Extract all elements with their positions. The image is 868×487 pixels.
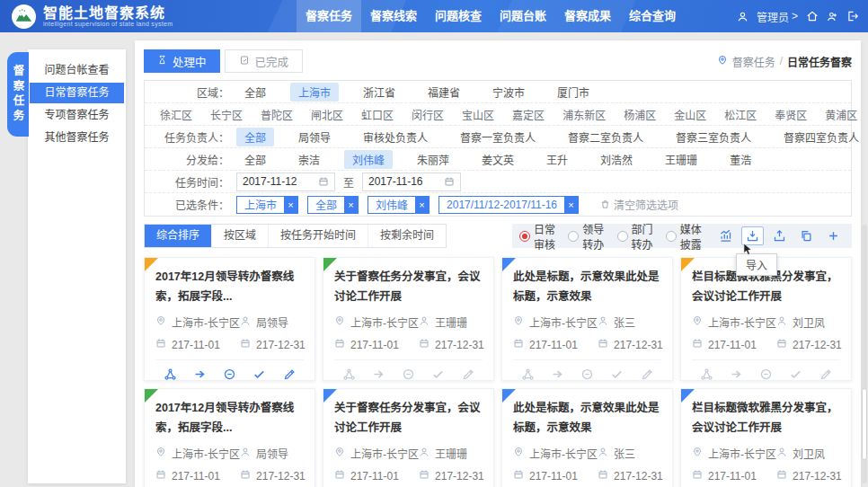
district-option[interactable]: 奉贤区 xyxy=(766,105,815,124)
distribute-icon[interactable] xyxy=(696,367,716,381)
region-option[interactable]: 全部 xyxy=(236,83,274,102)
forward-icon[interactable] xyxy=(368,367,388,381)
top-nav-item[interactable]: 督察成果 xyxy=(555,0,620,32)
district-option[interactable]: 闵行区 xyxy=(403,105,452,124)
user-name[interactable]: 管理员 xyxy=(757,9,789,24)
sort-tab[interactable]: 按任务开始时间 xyxy=(269,225,368,247)
edit-icon[interactable] xyxy=(637,367,657,381)
forward-icon[interactable] xyxy=(190,367,209,381)
category-radio[interactable]: 媒体披露 xyxy=(666,221,706,252)
profile-icon[interactable] xyxy=(827,11,838,22)
region-option[interactable]: 福建省 xyxy=(420,83,468,102)
category-radio[interactable]: 领导转办 xyxy=(568,221,608,252)
distribute-icon[interactable] xyxy=(339,367,359,381)
region-option[interactable]: 宁波市 xyxy=(484,83,533,102)
check-icon[interactable] xyxy=(786,367,806,381)
clear-filters-button[interactable]: 清空筛选选项 xyxy=(600,197,678,212)
chip-remove-icon[interactable]: × xyxy=(284,197,297,213)
plus-icon[interactable] xyxy=(822,226,845,245)
assignee-option[interactable]: 刘伟峰 xyxy=(344,150,393,169)
scrollbar-track[interactable] xyxy=(862,225,867,483)
top-nav-item[interactable]: 问题台账 xyxy=(491,0,555,32)
assignee-option[interactable]: 王升 xyxy=(538,150,576,169)
scrollbar-thumb[interactable] xyxy=(862,388,867,460)
edit-icon[interactable] xyxy=(816,367,836,381)
sort-tab[interactable]: 综合排序 xyxy=(145,225,212,247)
end-date-input[interactable]: 2017-11-16 xyxy=(362,173,461,191)
suspend-icon[interactable] xyxy=(757,367,776,381)
district-option[interactable]: 虹口区 xyxy=(353,105,402,124)
chart-stats-icon[interactable] xyxy=(714,226,737,245)
start-date-input[interactable]: 2017-11-12 xyxy=(236,173,335,191)
category-radio[interactable]: 部门转办 xyxy=(617,221,658,252)
assignee-option[interactable]: 刘浩然 xyxy=(592,150,641,169)
top-nav-item[interactable]: 问题核查 xyxy=(426,0,491,32)
chip-remove-icon[interactable]: × xyxy=(415,197,429,213)
export-icon[interactable] xyxy=(768,226,791,245)
assignee-option[interactable]: 崇洁 xyxy=(290,150,328,169)
sidebar-item[interactable]: 专项督察任务 xyxy=(30,105,124,126)
check-icon[interactable] xyxy=(250,367,270,381)
top-nav-item[interactable]: 督察任务 xyxy=(297,0,361,32)
task-card[interactable]: 此处是标题，示意效果此处是标题，示意效果上海市-长宁区张三217-11-0121… xyxy=(501,257,673,381)
task-card[interactable]: 2017年12月领导转办督察线索，拓展字段...上海市-长宁区局领导217-11… xyxy=(144,388,315,487)
sort-tab[interactable]: 按剩余时间 xyxy=(368,225,446,247)
edit-icon[interactable] xyxy=(279,367,299,381)
owner-option[interactable]: 督察四室负责人 xyxy=(775,128,861,146)
district-option[interactable]: 杨浦区 xyxy=(616,105,664,124)
district-option[interactable]: 闸北区 xyxy=(303,105,351,124)
district-option[interactable]: 金山区 xyxy=(666,105,714,124)
chip-remove-icon[interactable]: × xyxy=(344,197,358,213)
top-nav-item[interactable]: 督察线索 xyxy=(361,0,426,32)
task-card[interactable]: 栏目标题微软雅黑分发事宜，会议讨论工作开展上海市-长宁区刘卫凤217-11-01… xyxy=(680,388,852,487)
copy-icon[interactable] xyxy=(795,226,818,245)
category-radio[interactable]: 日常审核 xyxy=(519,221,560,252)
forward-icon[interactable] xyxy=(547,367,567,381)
district-option[interactable]: 松江区 xyxy=(716,105,765,124)
assignee-option[interactable]: 董浩 xyxy=(722,150,759,169)
district-option[interactable]: 宝山区 xyxy=(454,105,502,124)
district-option[interactable]: 长宁区 xyxy=(202,105,251,124)
breadcrumb-section[interactable]: 督察任务 xyxy=(732,54,775,69)
chip-remove-icon[interactable]: × xyxy=(564,197,578,213)
assignee-option[interactable]: 全部 xyxy=(236,150,274,169)
owner-option[interactable]: 督察三室负责人 xyxy=(668,128,759,146)
task-card[interactable]: 关于督察任务分发事宜，会议讨论工作开展上海市-长宁区王珊珊217-11-0121… xyxy=(323,257,494,381)
region-option[interactable]: 浙江省 xyxy=(355,83,403,102)
district-option[interactable]: 浦东新区 xyxy=(554,105,614,124)
owner-option[interactable]: 督察一室负责人 xyxy=(452,128,544,146)
check-icon[interactable] xyxy=(607,367,627,381)
sort-tab[interactable]: 按区域 xyxy=(212,225,269,247)
sidebar-item[interactable]: 问题台帐查看 xyxy=(30,60,124,81)
edit-icon[interactable] xyxy=(458,367,478,381)
tab-processing[interactable]: 处理中 xyxy=(144,49,220,73)
logout-icon[interactable] xyxy=(846,10,859,22)
district-option[interactable]: 徐汇区 xyxy=(152,105,200,124)
assignee-option[interactable]: 姜文英 xyxy=(474,150,522,169)
task-card[interactable]: 关于督察任务分发事宜，会议讨论工作开展上海市-长宁区王珊珊217-11-0121… xyxy=(323,388,494,487)
owner-option[interactable]: 全部 xyxy=(236,128,274,146)
tab-completed[interactable]: 已完成 xyxy=(225,49,304,73)
suspend-icon[interactable] xyxy=(578,367,598,381)
region-option[interactable]: 上海市 xyxy=(290,83,339,102)
forward-icon[interactable] xyxy=(726,367,746,381)
owner-option[interactable]: 督察二室负责人 xyxy=(560,128,651,146)
assignee-option[interactable]: 朱丽萍 xyxy=(409,150,457,169)
top-nav-item[interactable]: 综合查询 xyxy=(620,0,685,32)
task-card[interactable]: 此处是标题，示意效果此处是标题，示意效果上海市-长宁区张三217-11-0121… xyxy=(501,388,673,487)
region-option[interactable]: 厦门市 xyxy=(549,83,598,102)
suspend-icon[interactable] xyxy=(220,367,240,381)
owner-option[interactable]: 局领导 xyxy=(290,128,339,146)
sidebar-vertical-tab[interactable]: 督察任务 xyxy=(7,52,29,137)
district-option[interactable]: 嘉定区 xyxy=(504,105,553,124)
assignee-option[interactable]: 王珊珊 xyxy=(657,150,705,169)
import-icon[interactable]: 导入 xyxy=(741,226,764,245)
district-option[interactable]: 普陀区 xyxy=(252,105,301,124)
sidebar-item[interactable]: 其他督察任务 xyxy=(30,128,124,148)
distribute-icon[interactable] xyxy=(518,367,537,381)
owner-option[interactable]: 审核处负责人 xyxy=(355,128,436,146)
suspend-icon[interactable] xyxy=(399,367,419,381)
distribute-icon[interactable] xyxy=(160,367,180,381)
task-card[interactable]: 2017年12月领导转办督察线索，拓展字段...上海市-长宁区局领导217-11… xyxy=(144,257,315,381)
sidebar-item[interactable]: 日常督察任务 xyxy=(30,83,124,103)
